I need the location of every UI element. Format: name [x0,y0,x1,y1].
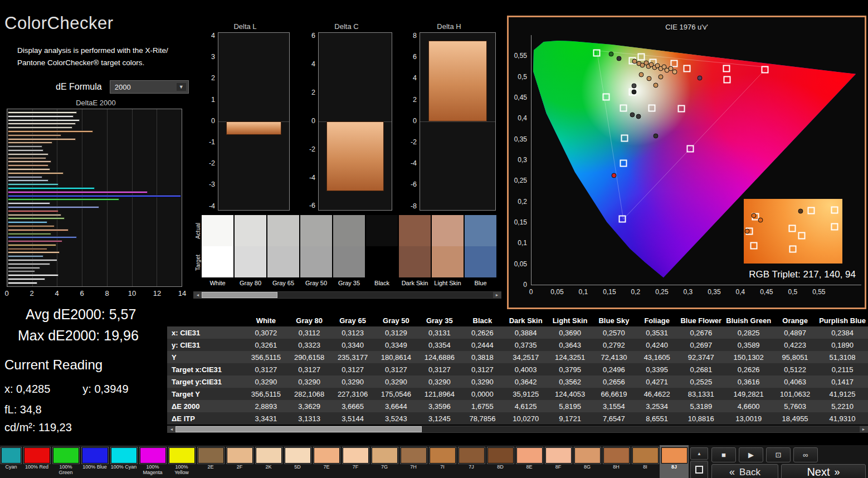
deltae-plot [7,109,182,287]
delta-h-ticks: 86420-2-4-6-8 [402,32,420,209]
toolbar-patch-8j[interactable]: 8J [660,445,689,478]
scroll-right-button[interactable]: ► [860,426,867,432]
table-cell: 0,3616 [724,375,773,388]
delta-c-chart: Delta C 6420-2-4-6 [301,22,392,211]
stop-button[interactable]: ■ [711,447,736,462]
table-cell: 0,2792 [592,339,636,351]
toolbar-patch-2e[interactable]: 2E [196,445,225,478]
toolbar-patch-8i[interactable]: 8I [631,445,660,478]
deltae-bar [8,160,51,163]
toolbar-patch-100--cyan[interactable]: 100% Cyan [109,445,138,478]
toolbar-patch-8g[interactable]: 8G [573,445,602,478]
deltae-bar [8,278,45,280]
scroll-left-button[interactable]: ◄ [194,292,202,298]
avg-de2000: Avg dE2000: 5,57 [26,306,139,323]
cie-ytick-label: 0,2 [518,198,527,206]
continuous-measure-button[interactable]: ∞ [793,447,818,462]
cie-yticks: 00,050,10,150,20,250,30,350,40,450,50,55 [510,35,529,285]
toolbar-patch-7j[interactable]: 7J [457,445,486,478]
deltae-xtick-label: 2 [30,289,33,297]
table-scrollbar[interactable]: ◄ ► [167,426,868,433]
delta-h-bar [428,41,487,121]
toolbar-patch-8e[interactable]: 8E [515,445,544,478]
table-cell: 0,3129 [374,326,418,339]
toolbar-patch-8f[interactable]: 8F [544,445,573,478]
back-button[interactable]: « Back [711,464,778,478]
toolbar-patch-100--magenta[interactable]: 100% Magenta [138,445,167,478]
app-description: Display analysis is performed with the X… [17,45,168,70]
target-marker-square [638,53,645,60]
cie-ytick-label: 0,55 [514,52,527,60]
delta-c-tick-label: -2 [309,146,315,153]
deltae-bar [8,138,76,140]
table-cell: 0,3131 [418,326,461,339]
table-cell: 3,1245 [418,412,461,425]
toolbar-patch-7h[interactable]: 7H [399,445,428,478]
patch-swatch [227,447,253,464]
colorchecker-patch: White [202,215,233,286]
patch-actual-swatch [333,215,365,246]
toolbar-patch-7f[interactable]: 7F [341,445,370,478]
panel-toggle-button[interactable] [690,461,708,478]
table-cell: 175,0546 [374,388,418,400]
toolbar-patch-8h[interactable]: 8H [602,445,631,478]
toolbar-patch-100--red[interactable]: 100% Red [22,445,51,478]
measurement-marker-dot [612,173,617,178]
toolbar-patch-2k[interactable]: 2K [254,445,283,478]
toolbar-patch-100--green[interactable]: 100% Green [51,445,80,478]
deltae-bar [8,115,74,118]
patch-swatch [574,447,601,464]
delta-c-bar [326,121,383,191]
deltae-bar [8,221,47,223]
table-cell: 0,4240 [636,339,678,351]
table-cell: 0,2444 [461,339,504,351]
table-cell: 34,2517 [504,351,548,363]
cie-plot: RGB Triplet: 217, 140, 94 [531,35,861,285]
deltae-bar [8,126,72,129]
inset-target-marker [788,225,796,232]
table-cell: 0,3127 [418,363,461,375]
de-formula-select[interactable]: 2000 ▼ [110,80,189,94]
cie-ytick-label: 0,35 [514,135,527,143]
square-icon [695,466,703,474]
deltae-bar [8,217,65,220]
scroll-right-button[interactable]: ► [493,292,501,298]
play-button[interactable]: ▶ [739,447,763,462]
scrollbar-thumb[interactable] [175,426,422,432]
cie-xtick-label: 0,5 [788,288,797,296]
scrollbar-track[interactable] [175,426,860,432]
scrollbar-track[interactable] [202,292,493,298]
cie-xtick-label: 0,05 [550,288,563,296]
deltae-bar [8,164,48,167]
toolbar-patch-8d[interactable]: 8D [486,445,515,478]
toolbar-patch-7i[interactable]: 7I [428,445,457,478]
table-cell: 3,3431 [244,412,287,425]
table-cell: 0,3127 [331,363,374,375]
scrollbar-thumb[interactable] [202,292,277,298]
bottom-toolbar: Cyan100% Red100% Green100% Blue100% Cyan… [0,445,868,478]
delta-h-tick-label: 0 [413,118,417,125]
table-cell: 0,3690 [548,326,592,339]
scroll-left-button[interactable]: ◄ [168,426,175,432]
toolbar-patch-cyan[interactable]: Cyan [0,445,22,478]
scroll-up-button[interactable]: ▲ [690,447,708,460]
single-measure-button[interactable]: ⊡ [766,447,791,462]
toolbar-patch-100--blue[interactable]: 100% Blue [80,445,109,478]
patch-swatch [314,447,340,464]
patch-swatch [430,447,456,464]
deltae-bar [8,214,61,216]
table-cell: 0,3795 [548,363,592,375]
patch-swatch [545,447,572,464]
toolbar-patch-7g[interactable]: 7G [370,445,399,478]
toolbar-patch-2f[interactable]: 2F [225,445,254,478]
measurement-marker-dot [653,133,658,138]
next-button[interactable]: Next » [781,464,866,478]
toolbar-patch-5d[interactable]: 5D [283,445,312,478]
swatch-scrollbar[interactable]: ◄ ► [193,291,501,299]
table-cell: 3,1554 [592,400,636,412]
toolbar-patch-7e[interactable]: 7E [312,445,341,478]
chevron-down-icon: ▼ [177,83,186,91]
toolbar-patch-100--yellow[interactable]: 100% Yellow [167,445,196,478]
description-line-2: Pantone ColorChecker® target colors. [17,58,144,67]
rgb-triplet-label: RGB Triplet: 217, 140, 94 [749,269,856,280]
